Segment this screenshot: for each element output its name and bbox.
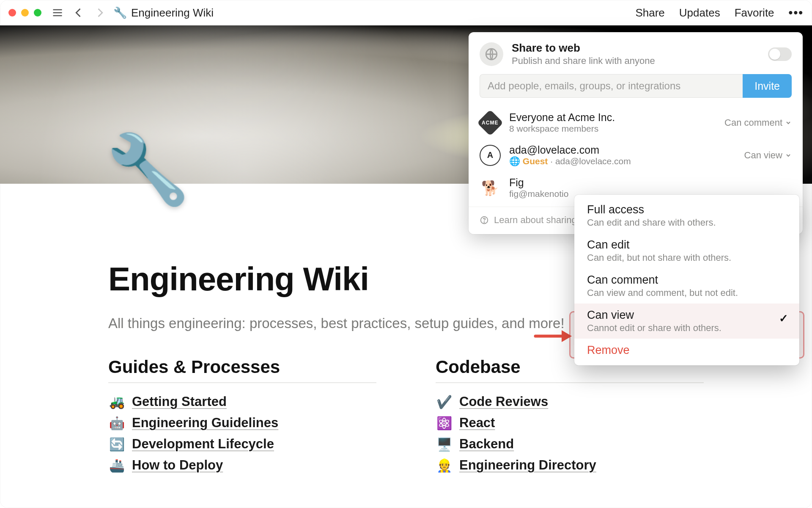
avatar: A [480, 145, 501, 166]
item-link[interactable]: Code Reviews [459, 394, 548, 409]
item-link[interactable]: Getting Started [132, 394, 227, 409]
more-menu-button[interactable]: ••• [789, 6, 804, 19]
list-item[interactable]: 👷Engineering Directory [436, 458, 704, 473]
permission-option-can-view[interactable]: Can view Cannot edit or share with other… [574, 304, 799, 339]
window-controls [8, 9, 41, 17]
minimize-window-button[interactable] [21, 9, 29, 17]
list-item[interactable]: 🚜Getting Started [108, 394, 376, 409]
item-link[interactable]: How to Deploy [132, 458, 223, 473]
item-icon: ⚛️ [436, 416, 453, 431]
workspace-icon: ACME [477, 109, 503, 135]
list-item[interactable]: 🖥️Backend [436, 436, 704, 452]
forward-button[interactable] [94, 7, 106, 19]
breadcrumb[interactable]: 🔧 Engineering Wiki [113, 6, 214, 19]
person-subtitle: 🌐 Guest · ada@lovelace.com [509, 156, 631, 166]
fullscreen-window-button[interactable] [34, 9, 41, 17]
chevron-down-icon [785, 119, 792, 126]
list-item[interactable]: 🚢How to Deploy [108, 458, 376, 473]
permission-menu: Full access Can edit and share with othe… [574, 195, 799, 365]
item-link[interactable]: Engineering Guidelines [132, 415, 278, 431]
back-button[interactable] [73, 7, 85, 19]
permission-option-remove[interactable]: Remove [574, 339, 799, 362]
column-guides: Guides & Processes 🚜Getting Started 🤖Eng… [108, 357, 376, 479]
share-to-web-title: Share to web [512, 41, 655, 55]
svg-point-5 [484, 222, 484, 222]
permission-option-can-edit[interactable]: Can edit Can edit, but not share with ot… [574, 233, 799, 268]
updates-button[interactable]: Updates [679, 6, 720, 19]
share-person-row[interactable]: A ada@lovelace.com 🌐 Guest · ada@lovelac… [469, 139, 803, 171]
permission-option-full-access[interactable]: Full access Can edit and share with othe… [574, 198, 799, 233]
item-icon: ✔️ [436, 395, 453, 409]
item-icon: 🚢 [108, 458, 125, 473]
item-icon: 🚜 [108, 395, 125, 409]
column-codebase: Codebase ✔️Code Reviews ⚛️React 🖥️Backen… [436, 357, 704, 479]
share-to-web-toggle[interactable] [768, 47, 792, 61]
list-item[interactable]: ✔️Code Reviews [436, 394, 704, 409]
item-link[interactable]: React [459, 415, 495, 431]
item-icon: 🔄 [108, 437, 125, 452]
close-window-button[interactable] [8, 9, 16, 17]
item-icon: 🖥️ [436, 437, 453, 452]
list-item[interactable]: ⚛️React [436, 415, 704, 431]
item-link[interactable]: Backend [459, 436, 514, 452]
share-to-web-row: Share to web Publish and share link with… [469, 32, 803, 74]
chevron-down-icon [785, 152, 792, 159]
person-title: ada@lovelace.com [509, 144, 631, 156]
globe-small-icon: 🌐 [509, 156, 523, 166]
help-icon [480, 215, 489, 225]
page-icon[interactable]: 🔧 [106, 135, 190, 203]
page-title-breadcrumb: Engineering Wiki [131, 6, 214, 19]
share-button[interactable]: Share [635, 6, 664, 19]
person-title: Everyone at Acme Inc. [509, 111, 615, 124]
item-link[interactable]: Development Lifecycle [132, 436, 274, 452]
permission-dropdown[interactable]: Can comment [724, 117, 792, 128]
person-subtitle: fig@makenotio [509, 189, 568, 199]
person-title: Fig [509, 177, 568, 189]
invite-input[interactable] [480, 74, 743, 98]
share-to-web-subtitle: Publish and share link with anyone [512, 55, 655, 66]
permission-dropdown[interactable]: Can view [744, 150, 792, 161]
topbar: 🔧 Engineering Wiki Share Updates Favorit… [0, 0, 812, 25]
check-icon: ✓ [779, 312, 788, 325]
globe-icon [480, 42, 503, 66]
share-person-row[interactable]: ACME Everyone at Acme Inc. 8 workspace m… [469, 106, 803, 139]
list-item[interactable]: 🤖Engineering Guidelines [108, 415, 376, 431]
favorite-button[interactable]: Favorite [735, 6, 774, 19]
column-heading[interactable]: Guides & Processes [108, 357, 376, 377]
item-icon: 🤖 [108, 416, 125, 431]
person-subtitle: 8 workspace members [509, 124, 615, 134]
avatar: 🐕 [480, 177, 501, 199]
permission-option-can-comment[interactable]: Can comment Can view and comment, but no… [574, 268, 799, 304]
item-icon: 👷 [436, 458, 453, 473]
list-item[interactable]: 🔄Development Lifecycle [108, 436, 376, 452]
page-icon-small: 🔧 [113, 6, 127, 19]
hamburger-icon[interactable] [52, 7, 63, 19]
item-link[interactable]: Engineering Directory [459, 458, 596, 473]
invite-button[interactable]: Invite [743, 74, 792, 98]
